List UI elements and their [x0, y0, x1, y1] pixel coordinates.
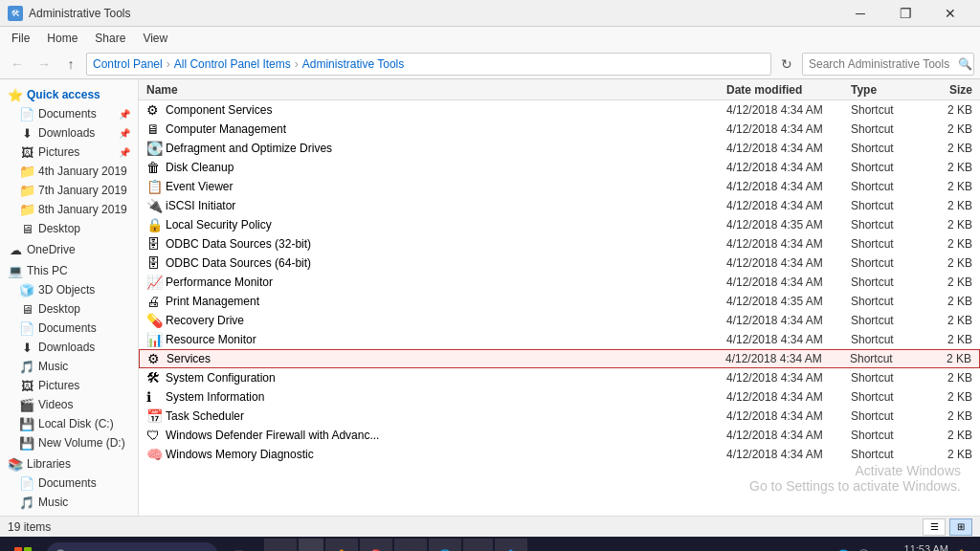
sidebar-music-pc[interactable]: 🎵 Music — [0, 357, 138, 376]
taskbar-word[interactable]: W — [463, 539, 492, 551]
sidebar-cdrive[interactable]: 💾 Local Disk (C:) — [0, 414, 138, 433]
breadcrumb[interactable]: Control Panel › All Control Panel Items … — [86, 53, 771, 76]
taskbar-file-explorer[interactable]: 📁 — [264, 539, 297, 551]
taskbar-vlc[interactable]: 🔶 — [325, 539, 358, 551]
file-icon: 💊 — [146, 313, 162, 328]
breadcrumb-admintools[interactable]: Administrative Tools — [302, 57, 405, 71]
menu-home[interactable]: Home — [39, 29, 85, 48]
table-row[interactable]: ⚙ Services 4/12/2018 4:34 AM Shortcut 2 … — [139, 349, 980, 368]
file-name: 🛠 System Configuration — [143, 370, 723, 386]
menu-file[interactable]: File — [4, 29, 37, 48]
sidebar-item-4thjan[interactable]: 📁 4th January 2019 — [0, 162, 138, 181]
table-row[interactable]: 📅 Task Scheduler 4/12/2018 4:34 AM Short… — [139, 407, 980, 426]
details-view-button[interactable]: ☰ — [923, 518, 946, 536]
file-size: 2 KB — [924, 218, 976, 231]
sidebar-videos-pc[interactable]: 🎬 Videos — [0, 395, 138, 414]
sidebar-item-pictures[interactable]: 🖼 Pictures 📌 — [0, 143, 138, 162]
table-row[interactable]: 🔌 iSCSI Initiator 4/12/2018 4:34 AM Shor… — [139, 196, 980, 215]
column-size[interactable]: Size — [924, 83, 976, 97]
sidebar-item-7thjan[interactable]: 📁 7th January 2019 — [0, 181, 138, 200]
table-row[interactable]: 🗄 ODBC Data Sources (64-bit) 4/12/2018 4… — [139, 253, 980, 273]
menu-view[interactable]: View — [135, 29, 175, 48]
start-button[interactable] — [4, 539, 42, 551]
sidebar-libraries[interactable]: 📚 Libraries — [0, 454, 138, 474]
maximize-button[interactable]: ❐ — [883, 0, 927, 27]
table-row[interactable]: 🖥 Computer Management 4/12/2018 4:34 AM … — [139, 120, 980, 139]
sidebar-quick-access[interactable]: ⭐ Quick access — [0, 85, 138, 104]
back-button[interactable]: ← — [6, 53, 29, 76]
table-row[interactable]: 📊 Resource Monitor 4/12/2018 4:34 AM Sho… — [139, 330, 980, 349]
file-icon: 🖨 — [146, 294, 162, 309]
sidebar-lib-pictures[interactable]: 🖼 Pictures — [0, 512, 138, 516]
column-date[interactable]: Date modified — [723, 83, 847, 97]
up-button[interactable]: ↑ — [59, 53, 82, 76]
sidebar-lib-music[interactable]: 🎵 Music — [0, 493, 138, 512]
taskbar-tray: ▲ 🌐 🔊 ENG 11:53 AM 1/8/2019 🔔 — [812, 542, 976, 551]
desktop-pc-icon: 🖥 — [19, 301, 34, 317]
table-row[interactable]: 🗑 Disk Cleanup 4/12/2018 4:34 AM Shortcu… — [139, 158, 980, 177]
window-controls: ─ ❐ ✕ — [838, 0, 972, 27]
file-icon: 🔒 — [146, 217, 162, 232]
forward-button[interactable]: → — [33, 53, 56, 76]
sidebar-item-documents[interactable]: 📄 Documents 📌 — [0, 104, 138, 123]
3d-icon: 🧊 — [19, 282, 34, 298]
table-row[interactable]: 📋 Event Viewer 4/12/2018 4:34 AM Shortcu… — [139, 177, 980, 196]
sidebar-item-8thjan[interactable]: 📁 8th January 2019 — [0, 200, 138, 219]
close-button[interactable]: ✕ — [928, 0, 972, 27]
onedrive-icon: ☁ — [8, 242, 23, 257]
search-input[interactable] — [802, 53, 974, 76]
taskbar-app3[interactable]: 🔴 — [360, 539, 392, 551]
table-row[interactable]: 🛡 Windows Defender Firewall with Advanc.… — [139, 426, 980, 445]
file-icon: 📋 — [146, 179, 162, 194]
file-date: 4/12/2018 4:34 AM — [723, 180, 847, 193]
nav-bar: ← → ↑ Control Panel › All Control Panel … — [0, 50, 980, 78]
taskbar-files[interactable]: 📂 — [394, 539, 427, 551]
tray-time[interactable]: 11:53 AM 1/8/2019 — [904, 542, 948, 551]
search-button[interactable]: 🔍 — [958, 57, 972, 71]
table-row[interactable]: ℹ System Information 4/12/2018 4:34 AM S… — [139, 387, 980, 407]
table-row[interactable]: 🗄 ODBC Data Sources (32-bit) 4/12/2018 4… — [139, 234, 980, 253]
file-name: 🔌 iSCSI Initiator — [143, 198, 723, 213]
table-row[interactable]: 🧠 Windows Memory Diagnostic 4/12/2018 4:… — [139, 445, 980, 464]
file-type: Shortcut — [847, 103, 924, 117]
task-view-button[interactable]: ⧉ — [222, 539, 256, 551]
breadcrumb-allitems[interactable]: All Control Panel Items — [174, 57, 291, 71]
taskbar-chrome[interactable]: 🌐 — [429, 539, 461, 551]
table-row[interactable]: 🖨 Print Management 4/12/2018 4:35 AM Sho… — [139, 292, 980, 311]
refresh-button[interactable]: ↻ — [775, 53, 798, 76]
sidebar-downloads-pc[interactable]: ⬇ Downloads — [0, 338, 138, 357]
sidebar-desktop-pc[interactable]: 🖥 Desktop — [0, 299, 138, 319]
sidebar-item-desktop[interactable]: 🖥 Desktop — [0, 219, 138, 238]
sidebar-item-downloads[interactable]: ⬇ Downloads 📌 — [0, 123, 138, 143]
sidebar-thispc[interactable]: 💻 This PC — [0, 261, 138, 280]
sidebar: ⭐ Quick access 📄 Documents 📌 ⬇ Downloads… — [0, 79, 139, 516]
file-type: Shortcut — [847, 390, 924, 404]
column-type[interactable]: Type — [847, 83, 924, 97]
table-row[interactable]: 🔒 Local Security Policy 4/12/2018 4:35 A… — [139, 215, 980, 234]
file-icon: 💽 — [146, 141, 162, 156]
taskbar-icons: ⧉ — [222, 539, 256, 551]
taskbar-app7[interactable]: 🔷 — [495, 539, 527, 551]
large-icons-view-button[interactable]: ⊞ — [949, 518, 972, 536]
file-type: Shortcut — [847, 122, 924, 136]
file-date: 4/12/2018 4:34 AM — [722, 352, 846, 365]
sidebar-onedrive[interactable]: ☁ OneDrive — [0, 240, 138, 259]
taskbar-edge[interactable]: e — [299, 539, 323, 551]
menu-share[interactable]: Share — [87, 29, 133, 48]
sidebar-ddrive[interactable]: 💾 New Volume (D:) — [0, 433, 138, 452]
taskbar-search[interactable]: 🔍 Type here to search — [46, 542, 218, 551]
file-date: 4/12/2018 4:34 AM — [723, 161, 847, 174]
sidebar-3dobjects[interactable]: 🧊 3D Objects — [0, 280, 138, 299]
lib-music-icon: 🎵 — [19, 495, 34, 510]
sidebar-pictures-pc[interactable]: 🖼 Pictures — [0, 376, 138, 395]
breadcrumb-controlpanel[interactable]: Control Panel — [93, 57, 163, 71]
table-row[interactable]: 💽 Defragment and Optimize Drives 4/12/20… — [139, 139, 980, 158]
minimize-button[interactable]: ─ — [838, 0, 882, 27]
table-row[interactable]: ⚙ Component Services 4/12/2018 4:34 AM S… — [139, 100, 980, 120]
table-row[interactable]: 📈 Performance Monitor 4/12/2018 4:34 AM … — [139, 273, 980, 292]
sidebar-lib-documents[interactable]: 📄 Documents — [0, 474, 138, 493]
sidebar-documents-pc[interactable]: 📄 Documents — [0, 319, 138, 338]
table-row[interactable]: 💊 Recovery Drive 4/12/2018 4:34 AM Short… — [139, 311, 980, 330]
column-name[interactable]: Name — [143, 83, 723, 97]
table-row[interactable]: 🛠 System Configuration 4/12/2018 4:34 AM… — [139, 368, 980, 387]
